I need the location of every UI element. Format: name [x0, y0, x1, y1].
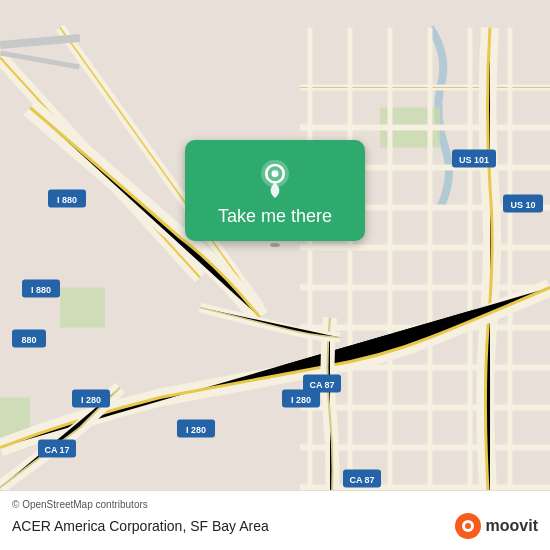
map-container: I 880 I 880 880 I 280 I 280 I 280 CA 17 … [0, 0, 550, 550]
svg-text:880: 880 [21, 335, 36, 345]
svg-text:I 280: I 280 [291, 395, 311, 405]
svg-text:I 280: I 280 [81, 395, 101, 405]
moovit-logo: moovit [454, 512, 538, 540]
location-name: ACER America Corporation, SF Bay Area [12, 518, 269, 534]
svg-point-52 [272, 170, 279, 177]
green-card[interactable]: Take me there [185, 140, 365, 241]
svg-text:I 880: I 880 [31, 285, 51, 295]
svg-text:CA 87: CA 87 [309, 380, 334, 390]
take-me-there-button[interactable]: Take me there [218, 206, 332, 227]
pin-shadow [270, 243, 280, 247]
svg-text:US 101: US 101 [459, 155, 489, 165]
svg-rect-1 [60, 288, 105, 328]
bottom-bar: © OpenStreetMap contributors ACER Americ… [0, 490, 550, 550]
svg-point-55 [465, 523, 471, 529]
location-pin-icon [255, 158, 295, 198]
take-me-there-overlay: Take me there [185, 140, 365, 241]
svg-text:CA 87: CA 87 [349, 475, 374, 485]
svg-text:I 280: I 280 [186, 425, 206, 435]
svg-text:I 880: I 880 [57, 195, 77, 205]
svg-text:CA 17: CA 17 [44, 445, 69, 455]
moovit-icon [454, 512, 482, 540]
location-row: ACER America Corporation, SF Bay Area mo… [12, 512, 538, 540]
svg-text:US 10: US 10 [510, 200, 535, 210]
moovit-text: moovit [486, 517, 538, 535]
copyright-text: © OpenStreetMap contributors [12, 499, 538, 510]
